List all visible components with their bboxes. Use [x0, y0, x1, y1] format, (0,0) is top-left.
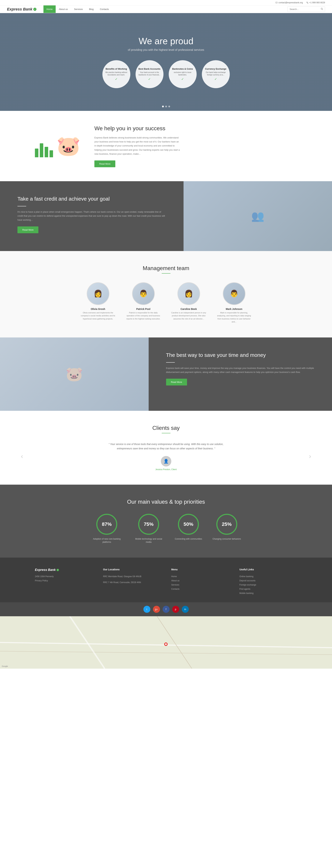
fast-credit-read-more[interactable]: Read More	[18, 226, 38, 233]
nav-contacts[interactable]: Contacts	[97, 5, 112, 13]
dot-2[interactable]	[168, 105, 170, 107]
footer-menu-title: Menu	[171, 568, 229, 571]
clients-prev-button[interactable]: ‹	[21, 453, 23, 460]
footer-location-0: RRC Merridale Road, Glasgow G8 4NUB	[103, 575, 161, 579]
footer-locations: Our Locations RRC Merridale Road, Glasgo…	[103, 568, 161, 595]
footer-link-1[interactable]: Deposit accounts	[239, 579, 297, 583]
hero-card-0: Benefits of Working We practice banking …	[102, 60, 130, 88]
save-time-read-more[interactable]: Read More	[166, 379, 187, 385]
fast-credit-title: Take a fast credit and achieve your goal	[18, 195, 166, 203]
bar-2	[40, 143, 43, 157]
linkedin-button[interactable]: in	[182, 606, 189, 613]
svg-point-9	[165, 643, 167, 645]
hero-cards: Benefits of Working We practice banking …	[102, 60, 230, 88]
hero-card-1-desc: Your bank account is the backbone of you…	[138, 71, 161, 76]
testimonial-avatar: 👤	[161, 456, 171, 466]
member-2-desc: Caroline is an independent person in any…	[171, 311, 206, 320]
avatar-3: 👨	[223, 282, 245, 305]
avatar-2: 👩	[177, 282, 200, 305]
member-2-name: Caroline Beek	[171, 308, 206, 310]
email-info: contact@expressbank.org	[275, 1, 303, 4]
value-item-2: 50% Connecting with communities	[175, 514, 202, 544]
chart-bars	[35, 140, 53, 157]
team-members: 👩 Olivia Grosh Olivia oversees and imple…	[35, 282, 297, 323]
svg-text:Google: Google	[2, 665, 8, 667]
footer-menu-0[interactable]: Home	[171, 575, 229, 579]
hero-card-2-check: ✓	[181, 77, 184, 81]
member-1-name: Patrick Pool	[126, 308, 161, 310]
nav-blog[interactable]: Blog	[86, 5, 97, 13]
hero-card-0-check: ✓	[115, 77, 118, 81]
piggy-icon: 🐷	[57, 135, 80, 157]
nav-home[interactable]: Home	[43, 5, 56, 13]
search-button[interactable]	[319, 7, 325, 12]
footer-brand: Express Bank ✓ 2456 1004 Pennerly Privac…	[35, 568, 93, 595]
map-placeholder: Google	[0, 616, 332, 669]
clients-section: Clients say ‹ " Your service is one of t…	[0, 411, 332, 485]
management-underline	[162, 273, 170, 274]
navbar: Express Bank ✓ Home About us Services Bl…	[0, 5, 332, 13]
team-member-3: 👨 Mark Johnson Mark is responsible for p…	[217, 282, 252, 323]
value-3-label: Changing consumer behaviors	[212, 537, 241, 540]
hero-card-2: Banknotes & Coins exclusive right to iss…	[169, 60, 197, 88]
team-member-1: 👨 Patrick Pool Patrick is responsible fo…	[126, 282, 161, 323]
footer-locations-title: Our Locations	[103, 568, 161, 571]
values-section: Our main values & top priorities 87% Ado…	[0, 485, 332, 558]
social-bar: t g+ f p in	[0, 602, 332, 616]
value-0-label: Adoption of new core banking platforms	[91, 537, 123, 544]
google-button[interactable]: g+	[153, 606, 160, 613]
footer-menu-1[interactable]: About us	[171, 579, 229, 583]
footer-link-2[interactable]: Foreign exchange	[239, 583, 297, 587]
circle-2: 50%	[178, 514, 199, 535]
phone-text: +1 999 900 8029	[309, 1, 325, 4]
dot-1[interactable]	[165, 105, 167, 107]
footer-privacy-link[interactable]: Privacy Policy	[35, 579, 93, 583]
footer: Express Bank ✓ 2456 1004 Pennerly Privac…	[0, 558, 332, 602]
twitter-button[interactable]: t	[143, 606, 151, 613]
footer-address: 2456 1004 Pennerly	[35, 575, 93, 579]
bar-4	[49, 150, 53, 157]
pinterest-button[interactable]: p	[172, 606, 179, 613]
footer-logo-text: Express Bank	[35, 568, 56, 572]
management-section: Management team 👩 Olivia Grosh Olivia ov…	[0, 251, 332, 337]
svg-point-1	[321, 8, 323, 9]
facebook-button[interactable]: f	[163, 606, 170, 613]
hero-card-0-title: Benefits of Working	[105, 68, 127, 70]
footer-menu-3[interactable]: Contacts	[171, 587, 229, 591]
email-text: contact@expressbank.org	[278, 1, 303, 4]
nav-about[interactable]: About us	[56, 5, 71, 13]
hero-section: We are proud of providing you with the h…	[0, 13, 332, 111]
hero-card-3-check: ✓	[214, 77, 217, 81]
member-1-desc: Patrick is responsible for the daily ope…	[126, 311, 161, 320]
values-items: 87% Adoption of new core banking platfor…	[35, 514, 297, 544]
dot-0[interactable]	[162, 105, 164, 107]
footer-location-1: RRC 7 4th Road, Carnoustie, DD28 4NN	[103, 580, 161, 585]
footer-links-title: Useful Links	[239, 568, 297, 571]
we-help-text: We help you in your success Express Bank…	[94, 125, 181, 167]
map-section: Google	[0, 616, 332, 669]
testimonial-text: " Your service is one of those tools tha…	[105, 442, 227, 451]
circle-1: 75%	[138, 514, 159, 535]
footer-link-4[interactable]: Mobile banking	[239, 591, 297, 595]
team-member-2: 👩 Caroline Beek Caroline is an independe…	[171, 282, 206, 323]
clients-next-button[interactable]: ›	[309, 453, 311, 460]
we-help-read-more[interactable]: Read More	[94, 160, 115, 167]
we-help-body: Express Bank believes strong businesses …	[94, 136, 181, 156]
nav-services[interactable]: Services	[71, 5, 86, 13]
circle-0-value: 87%	[102, 522, 112, 527]
we-help-image: 🐷	[35, 135, 80, 157]
clients-title: Clients say	[35, 425, 297, 431]
search-input[interactable]	[288, 7, 319, 11]
hero-title: We are proud	[138, 36, 193, 46]
testimonial-name: Jessica Preston, Client	[155, 468, 176, 471]
we-help-title: We help you in your success	[94, 125, 181, 132]
footer-menu: Menu Home About us Services Contacts	[171, 568, 229, 595]
footer-link-3[interactable]: Find agents	[239, 587, 297, 591]
circle-0: 87%	[96, 514, 117, 535]
hero-card-2-title: Banknotes & Coins	[172, 68, 193, 70]
footer-menu-2[interactable]: Services	[171, 583, 229, 587]
footer-link-0[interactable]: Online banking	[239, 575, 297, 579]
save-time-section: 🐷 The best way to save your time and mon…	[0, 337, 332, 411]
member-0-desc: Olivia oversees and implements the compa…	[80, 311, 115, 320]
svg-rect-0	[276, 2, 277, 3]
